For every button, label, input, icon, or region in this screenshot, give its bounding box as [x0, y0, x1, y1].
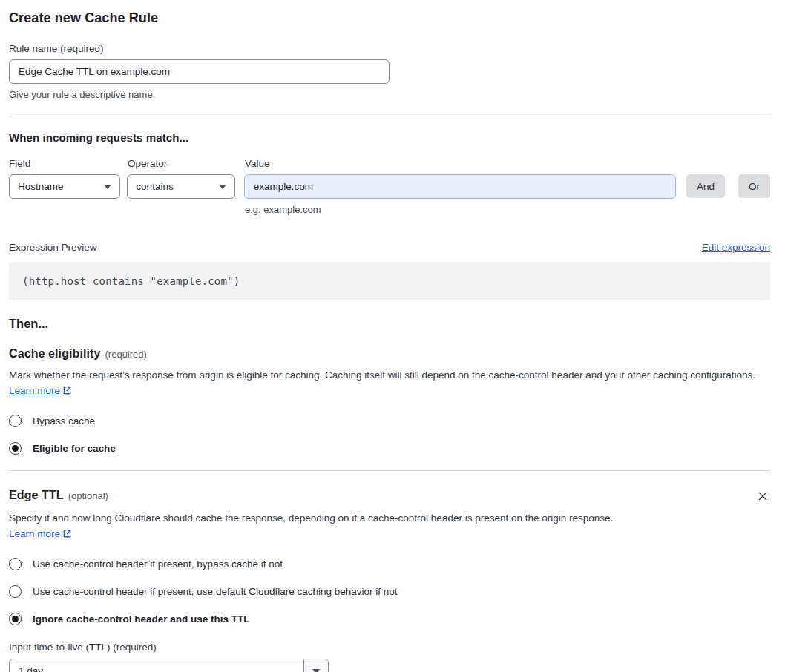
divider: [9, 116, 770, 116]
radio-option-label: Use cache-control header if present, use…: [33, 586, 398, 597]
ttl-select-arrow-button[interactable]: [303, 659, 328, 672]
ttl-select-value: 1 day: [10, 659, 303, 672]
close-icon[interactable]: [755, 489, 770, 504]
cache-eligibility-heading: Cache eligibility: [9, 347, 101, 360]
edge-ttl-learn-more-link[interactable]: Learn more: [9, 528, 60, 539]
edit-expression-link[interactable]: Edit expression: [702, 242, 770, 253]
rule-name-helper: Give your rule a descriptive name.: [9, 89, 770, 100]
chevron-down-icon: [104, 185, 111, 189]
cache-eligibility-description-text: Mark whether the request’s response from…: [9, 369, 755, 381]
radio-option-label: Eligible for cache: [33, 443, 116, 454]
cache-eligibility-description: Mark whether the request’s response from…: [9, 367, 758, 400]
match-labels-row: Field Operator Value: [9, 158, 770, 169]
radio-option-label: Use cache-control header if present, byp…: [33, 559, 283, 570]
expression-code: (http.host contains "example.com"): [9, 262, 770, 300]
or-button[interactable]: Or: [738, 174, 770, 198]
edge-ttl-heading: Edge TTL: [9, 489, 64, 501]
page-title: Create new Cache Rule: [9, 10, 770, 26]
ttl-select[interactable]: 1 day: [9, 659, 329, 672]
value-label: Value: [245, 158, 270, 169]
and-button[interactable]: And: [686, 174, 725, 198]
edge-ttl-description: Specify if and how long Cloudflare shoul…: [9, 510, 632, 543]
rule-name-label: Rule name (required): [9, 43, 770, 54]
cache-eligibility-qualifier: (required): [105, 349, 147, 360]
radio-option-label: Bypass cache: [33, 415, 95, 426]
field-select[interactable]: Hostname: [9, 174, 120, 199]
edge-ttl-qualifier: (optional): [68, 490, 108, 501]
value-hint: e.g. example.com: [245, 204, 770, 215]
rule-name-input[interactable]: [9, 59, 390, 84]
radio-option-use-header-default[interactable]: Use cache-control header if present, use…: [9, 585, 770, 598]
radio-icon[interactable]: [9, 558, 22, 570]
expression-code-text: (http.host contains "example.com"): [22, 275, 240, 287]
radio-icon[interactable]: [9, 415, 22, 427]
divider: [9, 470, 770, 471]
external-link-icon: [62, 527, 72, 543]
operator-select-value: contains: [136, 181, 173, 192]
chevron-down-icon: [219, 185, 226, 189]
chevron-down-icon: [312, 669, 320, 672]
radio-icon[interactable]: [9, 585, 22, 598]
radio-icon-checked[interactable]: [9, 442, 22, 455]
radio-icon-checked[interactable]: [9, 613, 22, 625]
cache-eligibility-learn-more-link[interactable]: Learn more: [9, 385, 60, 396]
radio-option-bypass-cache[interactable]: Bypass cache: [9, 415, 770, 427]
value-input[interactable]: [244, 174, 676, 199]
radio-option-label: Ignore cache-control header and use this…: [33, 613, 250, 625]
edge-ttl-description-text: Specify if and how long Cloudflare shoul…: [9, 513, 613, 524]
then-heading: Then...: [9, 317, 770, 331]
radio-option-ignore-header-ttl[interactable]: Ignore cache-control header and use this…: [9, 613, 770, 625]
match-section-heading: When incoming requests match...: [9, 131, 770, 144]
external-link-icon: [62, 384, 72, 400]
ttl-label: Input time-to-live (TTL) (required): [9, 642, 770, 653]
radio-option-eligible-for-cache[interactable]: Eligible for cache: [9, 442, 770, 455]
operator-label: Operator: [128, 158, 245, 169]
match-condition-row: Hostname contains And Or: [9, 174, 770, 199]
field-select-value: Hostname: [18, 181, 64, 192]
radio-option-use-header-bypass[interactable]: Use cache-control header if present, byp…: [9, 558, 770, 570]
operator-select[interactable]: contains: [127, 174, 234, 199]
field-label: Field: [9, 158, 128, 169]
expression-preview-label: Expression Preview: [9, 242, 97, 253]
